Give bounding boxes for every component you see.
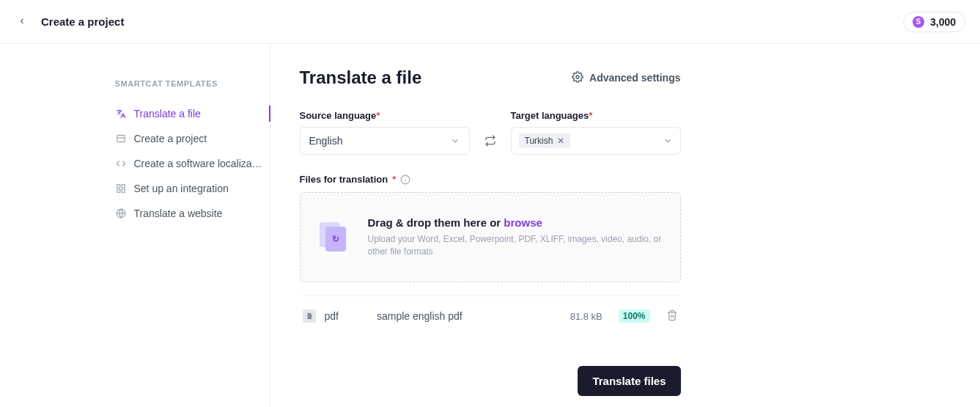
target-languages-label: Target languages* xyxy=(511,110,681,121)
sidebar-item-label: Translate a file xyxy=(134,108,201,120)
upload-illustration: ↻ xyxy=(318,221,350,253)
advanced-settings-label: Advanced settings xyxy=(589,72,680,84)
chip-remove-button[interactable]: ✕ xyxy=(557,136,564,145)
delete-file-button[interactable] xyxy=(666,309,678,323)
file-progress: 100% xyxy=(619,309,650,323)
filetype-icon xyxy=(303,309,316,323)
dropzone-title: Drag & drop them here or browse xyxy=(368,216,663,229)
file-size: 81.8 kB xyxy=(570,311,603,322)
code-icon xyxy=(115,158,127,169)
chevron-down-icon xyxy=(663,136,673,146)
dropzone-subtitle: Upload your Word, Excel, Powerpoint, PDF… xyxy=(368,233,663,258)
gear-icon xyxy=(572,71,583,85)
source-language-select[interactable]: English xyxy=(300,127,470,155)
chip-label: Turkish xyxy=(525,136,553,146)
target-languages-field: Target languages* Turkish ✕ xyxy=(511,110,681,155)
sidebar-item-label: Translate a website xyxy=(134,208,223,219)
svg-rect-4 xyxy=(122,189,125,192)
sidebar-heading: SMARTCAT TEMPLATES xyxy=(115,79,270,88)
svg-rect-0 xyxy=(117,135,125,142)
browse-link[interactable]: browse xyxy=(504,216,542,229)
source-language-field: Source language* English xyxy=(300,110,470,155)
uploaded-file-row: pdf sample english pdf 81.8 kB 100% xyxy=(300,296,681,337)
file-name: sample english pdf xyxy=(377,310,561,322)
sidebar-item-translate-file[interactable]: Translate a file xyxy=(115,101,270,126)
sidebar-item-integration[interactable]: Set up an integration xyxy=(115,176,270,201)
swap-icon xyxy=(485,135,496,147)
sidebar-item-label: Set up an integration xyxy=(134,183,229,194)
sidebar-item-software-localization[interactable]: Create a software localizatio… xyxy=(115,151,270,176)
target-language-chip: Turkish ✕ xyxy=(519,133,571,148)
translate-files-button[interactable]: Translate files xyxy=(578,366,680,396)
header-title: Create a project xyxy=(41,15,124,28)
credits-value: 3,000 xyxy=(930,16,956,28)
sidebar-item-label: Create a project xyxy=(134,133,207,144)
main-content: Translate a file Advanced settings Sourc… xyxy=(270,44,681,407)
back-button[interactable] xyxy=(15,13,29,31)
translate-icon xyxy=(115,108,127,120)
source-language-label: Source language* xyxy=(300,110,470,121)
trash-icon xyxy=(666,309,678,321)
credits-chip[interactable]: S 3,000 xyxy=(903,12,965,32)
credits-icon: S xyxy=(913,16,924,28)
header-left: Create a project xyxy=(15,13,124,31)
sidebar-item-label: Create a software localizatio… xyxy=(134,158,264,169)
page-title: Translate a file xyxy=(300,67,422,88)
file-dropzone[interactable]: ↻ Drag & drop them here or browse Upload… xyxy=(300,192,681,282)
sidebar-item-create-project[interactable]: Create a project xyxy=(115,126,270,151)
globe-icon xyxy=(115,208,127,219)
chevron-down-icon xyxy=(450,136,460,146)
advanced-settings-button[interactable]: Advanced settings xyxy=(572,71,680,85)
project-icon xyxy=(115,133,127,144)
info-icon[interactable] xyxy=(400,175,410,185)
files-label: Files for translation* xyxy=(300,174,681,185)
svg-rect-2 xyxy=(117,185,119,188)
file-extension: pdf xyxy=(325,310,339,322)
integration-icon xyxy=(115,183,127,194)
svg-rect-3 xyxy=(122,185,125,188)
sidebar: SMARTCAT TEMPLATES Translate a file Crea… xyxy=(95,44,270,407)
swap-languages-button[interactable] xyxy=(482,127,499,155)
sidebar-item-translate-website[interactable]: Translate a website xyxy=(115,201,270,226)
source-language-value: English xyxy=(309,135,343,147)
target-languages-select[interactable]: Turkish ✕ xyxy=(511,127,681,155)
app-header: Create a project S 3,000 xyxy=(0,0,980,44)
svg-point-8 xyxy=(576,76,579,78)
svg-rect-5 xyxy=(117,189,119,192)
